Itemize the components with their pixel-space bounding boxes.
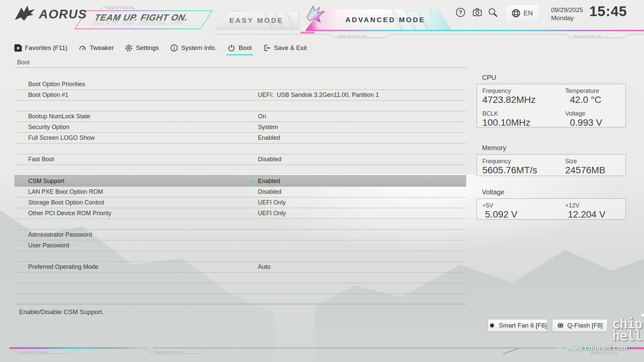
row-label: Storage Boot Option Control [28, 197, 104, 208]
row-label: Administrator Password [28, 230, 92, 240]
table-row[interactable]: ★ User Password [14, 240, 466, 251]
panel-title: Voltage [482, 188, 626, 196]
row-value: Enabled [258, 133, 280, 143]
voltage-12v: +12V 12.204 V [565, 202, 626, 220]
advanced-falcon-icon [305, 4, 327, 26]
gauge-icon [78, 44, 87, 52]
gear-icon [125, 44, 133, 52]
slogan-reflection: TEAM UP. FIGHT ON. [91, 20, 206, 26]
table-row[interactable]: ★ Full Screen LOGO Show Enabled [14, 133, 466, 143]
table-row[interactable]: ★ Administrator Password [14, 230, 466, 240]
memory-frequency: Frequency 5605.76MT/s [482, 158, 565, 176]
screenshot-camera-icon[interactable] [472, 7, 483, 18]
table-row[interactable]: ★ LAN PXE Boot Option ROM Disabled [14, 187, 466, 197]
menu-label: Favorites (F11) [25, 44, 67, 52]
menu-item-tweaker[interactable]: Tweaker [78, 44, 114, 52]
menu-label: Tweaker [90, 44, 114, 52]
table-row: ★ [14, 251, 466, 262]
row-value: Enabled [258, 176, 280, 186]
brand-aorus: AORUS [39, 7, 87, 21]
help-icon[interactable]: ? [455, 7, 466, 18]
table-row: ★ [14, 294, 466, 305]
cpu-bclk: BCLK 100.10MHz [482, 110, 565, 128]
menu-label: Boot [238, 44, 252, 52]
row-label: Boot Option Priorities [28, 79, 85, 89]
aorus-falcon-logo [13, 5, 38, 22]
selected-star-icon: ★ [250, 176, 255, 186]
table-row[interactable]: ★ Boot Option #1 UEFI: USB Sandisk 3.2Ge… [14, 90, 466, 101]
svg-text:TEAM UP FIGHT ON: TEAM UP FIGHT ON [338, 35, 366, 38]
smart-fan-button[interactable]: Smart Fan 6 [F6] [488, 319, 547, 332]
menu-item-favorites[interactable]: ★ Favorites (F11) [14, 44, 67, 52]
menu-item-save-exit[interactable]: Save & Exit [263, 44, 307, 52]
row-value: Disabled [258, 154, 281, 165]
svg-text:TEAM UP FIGHT ON: TEAM UP FIGHT ON [573, 35, 601, 38]
tab-easy-mode[interactable]: EASY MODE [214, 11, 299, 29]
menu-label: Save & Exit [274, 44, 307, 52]
row-label: User Password [28, 240, 69, 251]
info-icon [170, 44, 178, 52]
panel-title: CPU [482, 74, 626, 81]
search-icon[interactable] [487, 7, 498, 18]
row-label: Bootup NumLock State [28, 111, 90, 122]
chiphell-logo: chip hell [612, 318, 642, 342]
star-icon: ★ [14, 44, 22, 52]
svg-text:?: ? [459, 10, 462, 15]
tab-slash-decor [391, 9, 432, 30]
day-text: Monday [551, 14, 583, 22]
table-row: ★ [14, 219, 466, 230]
power-icon [227, 44, 235, 52]
memory-panel: Memory Frequency 5605.76MT/s Size 24576M… [477, 144, 626, 176]
watermark-url: www.chiphell.com [566, 344, 627, 352]
table-row[interactable]: ★ Security Option System [14, 122, 466, 133]
table-row[interactable]: ★ Fast Boot Disabled [14, 154, 466, 165]
qflash-button[interactable]: Q-Flash [F8] [552, 319, 607, 332]
table-row[interactable]: ★ Other PCI Device ROM Priority UEFI Onl… [14, 208, 466, 219]
table-row[interactable]: ★ CSM Support Enabled [14, 176, 466, 187]
breadcrumb: Boot [14, 57, 466, 68]
table-row[interactable]: ★ Preferred Operating Mode Auto [14, 262, 466, 273]
tab-advanced-mode[interactable]: ADVANCED MODE [306, 9, 452, 30]
voltage-panel: Voltage +5V 5.092 V +12V 12.204 V [477, 188, 626, 220]
row-label: LAN PXE Boot Option ROM [28, 187, 103, 197]
menu-item-system-info[interactable]: System Info. [170, 44, 217, 52]
menu-item-boot[interactable]: Boot [227, 44, 252, 52]
main-menu: ★ Favorites (F11) Tweaker Settings Syste… [14, 41, 307, 55]
table-row[interactable]: ★ Storage Boot Option Control UEFI Only [14, 197, 466, 208]
cpu-frequency: Frequency 4723.82MHz [482, 87, 565, 105]
row-label: Full Screen LOGO Show [28, 133, 95, 143]
help-bar: Enable/Disable CSM Support. [14, 304, 466, 316]
panel-title: Memory [482, 144, 626, 152]
table-row: ★ [14, 143, 466, 154]
table-row: ★ Boot Option Priorities [14, 79, 466, 90]
row-label: Preferred Operating Mode [28, 262, 98, 272]
exit-icon [263, 44, 271, 52]
row-label: CSM Support [28, 176, 64, 186]
table-row: ★ [14, 101, 466, 111]
cpu-temperature: Temperature 42.0 °C [565, 87, 626, 105]
smart-fan-label: Smart Fan 6 [F6] [499, 322, 547, 329]
language-button[interactable]: EN [505, 4, 539, 22]
menu-item-settings[interactable]: Settings [125, 44, 159, 52]
row-value: Disabled [258, 187, 281, 197]
row-label: Fast Boot [28, 154, 54, 165]
row-value: On [258, 111, 266, 122]
row-value: Auto [258, 262, 270, 272]
table-row: ★ [14, 273, 466, 283]
row-label: Security Option [28, 122, 69, 132]
language-label: EN [524, 9, 533, 17]
settings-table: ★ Boot Option Priorities ★ Boot Option #… [14, 79, 466, 305]
globe-icon [512, 9, 521, 18]
breadcrumb-label: Boot [17, 59, 30, 66]
voltage-5v: +5V 5.092 V [482, 202, 565, 220]
row-label: Other PCI Device ROM Priority [28, 208, 111, 219]
cpu-panel: CPU Frequency 4723.82MHz Temperature 42.… [477, 74, 626, 127]
row-value: UEFI Only [258, 197, 286, 208]
menu-label: Settings [136, 44, 159, 52]
tab-gradient-underline [306, 30, 644, 31]
table-row: ★ [14, 283, 466, 294]
cpu-voltage: Voltage 0.993 V [565, 110, 626, 128]
table-row[interactable]: ★ Bootup NumLock State On [14, 111, 466, 122]
help-text: Enable/Disable CSM Support. [14, 304, 466, 316]
table-row: ★ [14, 165, 466, 176]
